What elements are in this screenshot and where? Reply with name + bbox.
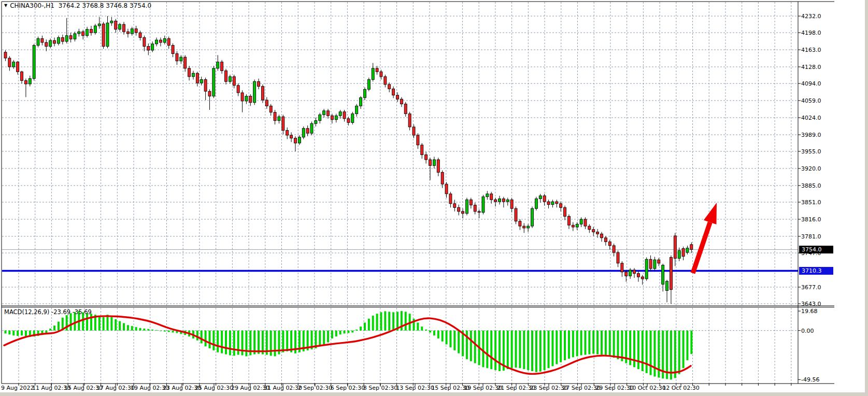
macd-bar <box>274 331 276 357</box>
macd-bar <box>225 331 227 355</box>
candle <box>176 54 178 61</box>
candle <box>147 46 150 50</box>
macd-bar <box>560 331 562 362</box>
macd-bar <box>507 331 509 369</box>
candle <box>119 24 121 29</box>
candle <box>608 242 611 246</box>
macd-bar <box>53 326 55 331</box>
candle <box>8 58 11 67</box>
candle <box>274 112 276 121</box>
candle <box>335 116 337 120</box>
macd-bar <box>368 319 370 331</box>
candle <box>37 38 39 45</box>
macd-bar <box>143 329 145 331</box>
window-right-scrollbar-strip[interactable] <box>865 0 868 396</box>
macd-bar <box>286 331 288 351</box>
chart-ohlc-quote: 3764.2 3768.8 3746.8 3754.0 <box>54 2 151 9</box>
macd-axis-label: 0.00 <box>801 328 814 334</box>
candle <box>474 205 476 211</box>
candle <box>172 46 174 54</box>
price-axis-label: 3677.0 <box>801 284 821 291</box>
candle <box>249 96 252 103</box>
time-axis-label: 10 Oct 02:30 <box>629 385 666 391</box>
candle <box>465 200 468 213</box>
macd-bar <box>331 331 333 338</box>
candle <box>604 238 607 242</box>
candle <box>159 40 162 43</box>
macd-bar <box>592 331 594 354</box>
candle <box>486 194 489 197</box>
macd-bar <box>637 331 639 369</box>
candle <box>653 260 656 268</box>
macd-bar <box>233 331 235 356</box>
macd-bar <box>12 331 15 336</box>
candle <box>57 37 60 43</box>
candle <box>17 62 19 72</box>
chart-canvas[interactable]: 4232.04198.04163.04128.04094.04059.04024… <box>0 0 868 396</box>
candle <box>506 200 509 202</box>
candle <box>229 77 231 81</box>
candle <box>188 68 191 77</box>
candle <box>53 40 56 44</box>
candle <box>167 38 170 45</box>
macd-bar <box>490 331 492 369</box>
macd-bar <box>523 331 525 369</box>
chart-title-bar: ▼CHINA300-,H1 3764.2 3768.8 3746.8 3754.… <box>4 2 151 9</box>
macd-bar <box>196 331 198 341</box>
candle <box>490 194 493 200</box>
symbol-dropdown-icon[interactable]: ▼ <box>4 3 7 8</box>
macd-bar <box>258 331 260 354</box>
candle <box>163 38 166 43</box>
macd-bar <box>474 331 476 363</box>
candle <box>94 26 96 33</box>
macd-bar <box>241 331 244 356</box>
candle <box>666 281 668 291</box>
macd-bar <box>172 331 174 333</box>
candle <box>613 246 615 252</box>
candle <box>392 89 395 95</box>
trend-arrow[interactable] <box>691 203 717 274</box>
candle <box>74 34 76 39</box>
candle <box>502 199 505 202</box>
macd-bar <box>151 330 153 331</box>
candle <box>412 127 415 135</box>
candle <box>625 272 628 276</box>
macd-bar <box>245 331 247 357</box>
macd-bar <box>388 312 390 330</box>
candle <box>290 135 293 138</box>
macd-bar <box>347 331 349 333</box>
candle <box>143 37 146 46</box>
candle <box>41 38 44 43</box>
candle <box>674 236 676 258</box>
macd-bar <box>544 331 546 370</box>
price-axis-label: 4163.0 <box>801 47 821 53</box>
macd-bar <box>421 327 423 331</box>
price-axis[interactable]: 4232.04198.04163.04128.04094.04059.04024… <box>798 13 821 307</box>
macd-bar <box>499 331 501 371</box>
candle <box>584 219 587 226</box>
macd-bar <box>449 331 451 347</box>
macd-bar <box>453 331 456 350</box>
macd-bar <box>650 331 652 375</box>
candle <box>33 46 35 79</box>
macd-bar <box>229 331 231 356</box>
candle <box>204 79 207 91</box>
candle <box>551 202 554 205</box>
candle <box>367 79 370 89</box>
macd-bar <box>548 331 550 369</box>
price-axis-label: 3955.0 <box>801 148 821 155</box>
price-axis-label: 4128.0 <box>801 64 821 70</box>
candle <box>408 114 411 126</box>
macd-bar <box>155 330 158 331</box>
time-axis[interactable]: 9 Aug 202211 Aug 02:3015 Aug 02:3017 Aug… <box>1 384 791 391</box>
macd-bar <box>119 321 121 331</box>
macd-axis[interactable]: 19.680.00-49.56 <box>798 308 819 383</box>
macd-bar <box>25 331 27 336</box>
macd-bar <box>372 316 374 331</box>
candle <box>547 202 550 205</box>
time-axis-label: 13 Sep 02:30 <box>396 385 434 391</box>
candle <box>225 71 227 82</box>
candle <box>429 160 432 165</box>
price-axis-label: 3851.0 <box>801 199 821 206</box>
candle <box>560 204 562 208</box>
